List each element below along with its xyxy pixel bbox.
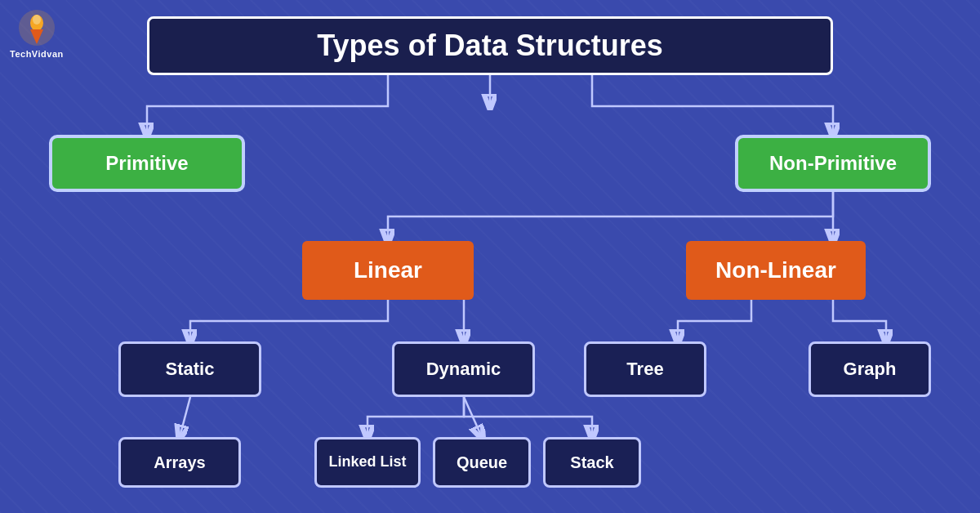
- non-linear-box: Non-Linear: [686, 241, 866, 300]
- stack-box: Stack: [543, 437, 641, 488]
- linked-list-box: Linked List: [314, 437, 421, 488]
- arrays-label: Arrays: [154, 453, 205, 472]
- primitive-label: Primitive: [105, 152, 188, 175]
- non-primitive-label: Non-Primitive: [769, 152, 897, 175]
- title-text: Types of Data Structures: [317, 29, 662, 63]
- queue-label: Queue: [457, 453, 507, 472]
- line-dynamic-stack: [464, 397, 592, 437]
- graph-label: Graph: [844, 359, 897, 380]
- linked-list-label: Linked List: [328, 453, 406, 471]
- tree-box: Tree: [584, 341, 706, 397]
- title-box: Types of Data Structures: [147, 16, 833, 75]
- arrays-box: Arrays: [118, 437, 241, 488]
- logo: TechVidvan: [10, 8, 64, 59]
- stack-label: Stack: [570, 453, 613, 472]
- queue-box: Queue: [433, 437, 531, 488]
- dynamic-box: Dynamic: [392, 341, 535, 397]
- line-dynamic-queue: [464, 397, 482, 437]
- tree-label: Tree: [626, 359, 663, 380]
- non-linear-label: Non-Linear: [715, 257, 836, 283]
- primitive-box: Primitive: [49, 135, 245, 192]
- techvidvan-logo-icon: [17, 8, 56, 47]
- line-nonlinear-graph: [833, 300, 886, 341]
- static-box: Static: [118, 341, 261, 397]
- line-nonlinear-tree: [678, 300, 751, 341]
- line-nonprim-linear: [388, 192, 833, 241]
- line-linear-static: [190, 300, 388, 341]
- line-dynamic-linkedlist: [368, 397, 464, 437]
- line-title-primitive: [147, 75, 388, 135]
- graph-box: Graph: [808, 341, 931, 397]
- static-label: Static: [166, 359, 215, 380]
- line-static-arrays: [180, 397, 190, 437]
- linear-box: Linear: [302, 241, 474, 300]
- linear-label: Linear: [354, 257, 422, 283]
- line-title-nonprimitive: [592, 75, 833, 135]
- non-primitive-box: Non-Primitive: [735, 135, 931, 192]
- dynamic-label: Dynamic: [426, 359, 501, 380]
- svg-point-3: [33, 15, 41, 25]
- logo-text: TechVidvan: [10, 49, 64, 59]
